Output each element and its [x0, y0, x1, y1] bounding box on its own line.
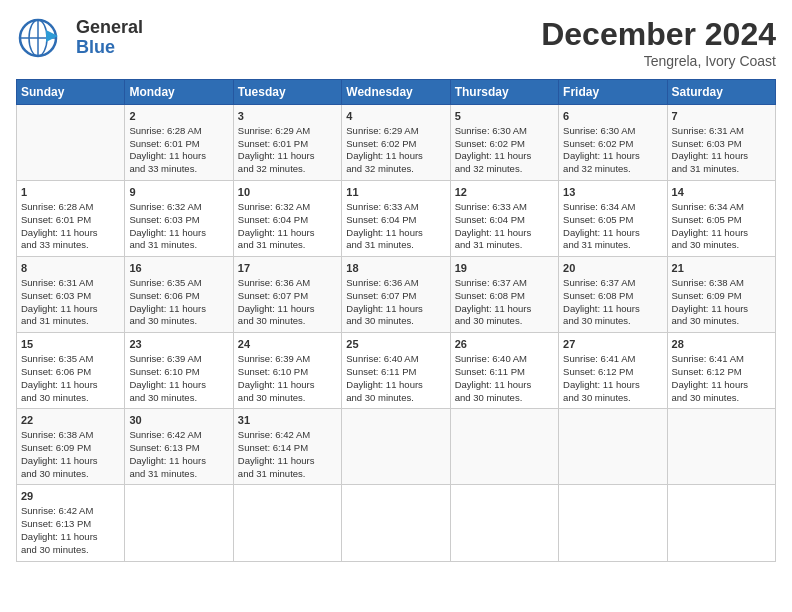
day-number: 10: [238, 185, 337, 200]
day-info: Daylight: 11 hours: [455, 379, 554, 392]
day-info: Sunrise: 6:41 AM: [563, 353, 662, 366]
day-number: 25: [346, 337, 445, 352]
day-info: Sunrise: 6:32 AM: [238, 201, 337, 214]
header-row: Sunday Monday Tuesday Wednesday Thursday…: [17, 80, 776, 105]
day-number: 14: [672, 185, 771, 200]
day-info: Daylight: 11 hours: [672, 379, 771, 392]
day-info: Daylight: 11 hours: [21, 379, 120, 392]
day-info: and 31 minutes.: [455, 239, 554, 252]
day-info: Daylight: 11 hours: [346, 379, 445, 392]
day-info: and 30 minutes.: [672, 315, 771, 328]
day-info: and 33 minutes.: [129, 163, 228, 176]
header-sunday: Sunday: [17, 80, 125, 105]
calendar-cell: 7Sunrise: 6:31 AMSunset: 6:03 PMDaylight…: [667, 105, 775, 181]
day-info: Sunrise: 6:32 AM: [129, 201, 228, 214]
day-number: 23: [129, 337, 228, 352]
day-info: Daylight: 11 hours: [346, 303, 445, 316]
day-info: Sunrise: 6:31 AM: [672, 125, 771, 138]
day-info: Sunrise: 6:28 AM: [129, 125, 228, 138]
title-block: December 2024 Tengrela, Ivory Coast: [541, 16, 776, 69]
day-info: Daylight: 11 hours: [238, 227, 337, 240]
header-wednesday: Wednesday: [342, 80, 450, 105]
day-info: Sunset: 6:14 PM: [238, 442, 337, 455]
day-info: Sunrise: 6:33 AM: [455, 201, 554, 214]
day-info: and 31 minutes.: [238, 468, 337, 481]
day-info: Sunrise: 6:36 AM: [238, 277, 337, 290]
day-info: and 33 minutes.: [21, 239, 120, 252]
calendar-cell: 22Sunrise: 6:38 AMSunset: 6:09 PMDayligh…: [17, 409, 125, 485]
day-info: Sunset: 6:02 PM: [346, 138, 445, 151]
day-info: Sunrise: 6:39 AM: [129, 353, 228, 366]
day-info: Daylight: 11 hours: [455, 227, 554, 240]
day-info: Sunrise: 6:33 AM: [346, 201, 445, 214]
day-info: Daylight: 11 hours: [563, 303, 662, 316]
day-info: Sunset: 6:07 PM: [238, 290, 337, 303]
day-number: 8: [21, 261, 120, 276]
day-info: Sunset: 6:01 PM: [238, 138, 337, 151]
day-info: Sunset: 6:02 PM: [563, 138, 662, 151]
calendar-title: December 2024: [541, 16, 776, 53]
calendar-subtitle: Tengrela, Ivory Coast: [541, 53, 776, 69]
day-info: and 30 minutes.: [563, 392, 662, 405]
calendar-cell: 3Sunrise: 6:29 AMSunset: 6:01 PMDaylight…: [233, 105, 341, 181]
day-info: and 30 minutes.: [129, 315, 228, 328]
day-info: Sunset: 6:04 PM: [455, 214, 554, 227]
day-number: 21: [672, 261, 771, 276]
header-monday: Monday: [125, 80, 233, 105]
calendar-week-5: 29Sunrise: 6:42 AMSunset: 6:13 PMDayligh…: [17, 485, 776, 561]
day-info: Sunset: 6:11 PM: [346, 366, 445, 379]
logo-blue: Blue: [76, 38, 143, 58]
calendar-cell: 19Sunrise: 6:37 AMSunset: 6:08 PMDayligh…: [450, 257, 558, 333]
day-info: and 32 minutes.: [563, 163, 662, 176]
day-info: Sunset: 6:12 PM: [672, 366, 771, 379]
day-number: 12: [455, 185, 554, 200]
day-number: 17: [238, 261, 337, 276]
calendar-cell: 23Sunrise: 6:39 AMSunset: 6:10 PMDayligh…: [125, 333, 233, 409]
day-info: Daylight: 11 hours: [563, 150, 662, 163]
day-info: Sunset: 6:03 PM: [21, 290, 120, 303]
day-info: Sunset: 6:03 PM: [672, 138, 771, 151]
day-info: Sunrise: 6:36 AM: [346, 277, 445, 290]
day-info: Sunset: 6:13 PM: [21, 518, 120, 531]
day-info: and 31 minutes.: [563, 239, 662, 252]
day-number: 13: [563, 185, 662, 200]
header-saturday: Saturday: [667, 80, 775, 105]
day-info: and 32 minutes.: [455, 163, 554, 176]
calendar-cell: 20Sunrise: 6:37 AMSunset: 6:08 PMDayligh…: [559, 257, 667, 333]
header-friday: Friday: [559, 80, 667, 105]
calendar-cell: 29Sunrise: 6:42 AMSunset: 6:13 PMDayligh…: [17, 485, 125, 561]
logo-general: General: [76, 18, 143, 38]
day-info: Daylight: 11 hours: [238, 455, 337, 468]
calendar-week-0: 2Sunrise: 6:28 AMSunset: 6:01 PMDaylight…: [17, 105, 776, 181]
calendar-cell: 10Sunrise: 6:32 AMSunset: 6:04 PMDayligh…: [233, 181, 341, 257]
logo-globe-icon: [16, 16, 60, 60]
calendar-cell: 26Sunrise: 6:40 AMSunset: 6:11 PMDayligh…: [450, 333, 558, 409]
day-info: Daylight: 11 hours: [563, 227, 662, 240]
calendar-cell: 4Sunrise: 6:29 AMSunset: 6:02 PMDaylight…: [342, 105, 450, 181]
header-tuesday: Tuesday: [233, 80, 341, 105]
day-info: Sunset: 6:03 PM: [129, 214, 228, 227]
day-number: 22: [21, 413, 120, 428]
day-info: Sunrise: 6:42 AM: [21, 505, 120, 518]
day-info: Sunrise: 6:30 AM: [563, 125, 662, 138]
day-info: Sunset: 6:09 PM: [21, 442, 120, 455]
day-info: Sunset: 6:02 PM: [455, 138, 554, 151]
day-number: 19: [455, 261, 554, 276]
calendar-cell: 12Sunrise: 6:33 AMSunset: 6:04 PMDayligh…: [450, 181, 558, 257]
day-number: 3: [238, 109, 337, 124]
day-number: 20: [563, 261, 662, 276]
day-info: Sunset: 6:04 PM: [346, 214, 445, 227]
calendar-cell: [667, 485, 775, 561]
day-info: Sunrise: 6:42 AM: [129, 429, 228, 442]
calendar-cell: 8Sunrise: 6:31 AMSunset: 6:03 PMDaylight…: [17, 257, 125, 333]
day-info: and 30 minutes.: [346, 315, 445, 328]
day-info: and 31 minutes.: [346, 239, 445, 252]
calendar-cell: 30Sunrise: 6:42 AMSunset: 6:13 PMDayligh…: [125, 409, 233, 485]
day-info: Sunrise: 6:29 AM: [238, 125, 337, 138]
calendar-cell: 27Sunrise: 6:41 AMSunset: 6:12 PMDayligh…: [559, 333, 667, 409]
calendar-cell: [342, 409, 450, 485]
day-number: 16: [129, 261, 228, 276]
day-number: 27: [563, 337, 662, 352]
day-info: Sunset: 6:06 PM: [21, 366, 120, 379]
calendar-cell: [17, 105, 125, 181]
